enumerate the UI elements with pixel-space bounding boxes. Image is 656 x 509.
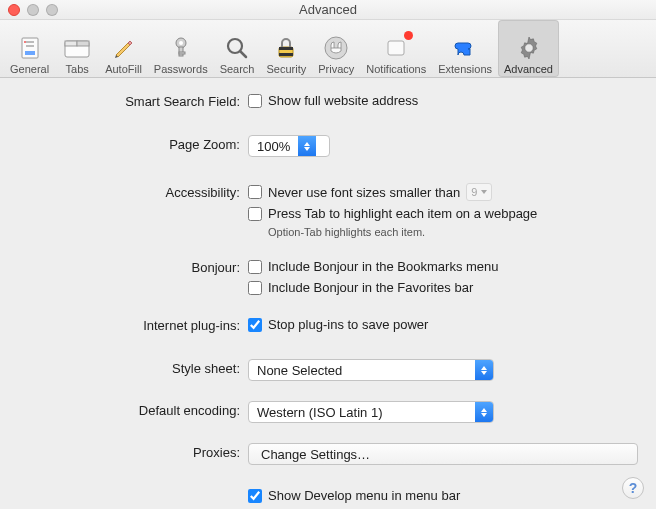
select-arrows-icon	[298, 136, 316, 156]
chevron-down-icon	[481, 190, 487, 194]
checkbox-label: Show Develop menu in menu bar	[268, 487, 460, 504]
label-style-sheet: Style sheet:	[18, 359, 248, 376]
select-arrows-icon	[475, 402, 493, 422]
checkbox-label: Include Bonjour in the Favorites bar	[268, 279, 473, 296]
advanced-pane: Smart Search Field: Show full website ad…	[0, 78, 656, 509]
passwords-icon	[167, 34, 195, 62]
default-encoding-select[interactable]: Western (ISO Latin 1)	[248, 401, 494, 423]
window-controls	[8, 4, 58, 16]
security-icon	[272, 34, 300, 62]
select-value: None Selected	[249, 360, 475, 380]
change-settings-button[interactable]: Change Settings…	[248, 443, 638, 465]
svg-rect-4	[25, 51, 35, 55]
extensions-icon	[451, 34, 479, 62]
stop-plugins-checkbox[interactable]: Stop plug-ins to save power	[248, 316, 638, 333]
zoom-window-button[interactable]	[46, 4, 58, 16]
tab-advanced[interactable]: Advanced	[498, 20, 559, 77]
tab-autofill[interactable]: AutoFill	[99, 20, 148, 77]
svg-rect-11	[179, 52, 185, 54]
svg-rect-6	[65, 41, 77, 46]
select-value: 100%	[249, 136, 298, 156]
label-default-encoding: Default encoding:	[18, 401, 248, 418]
label-accessibility: Accessibility:	[18, 183, 248, 200]
min-font-size-select[interactable]: 9	[466, 183, 492, 201]
svg-rect-7	[77, 41, 89, 46]
svg-point-9	[179, 41, 183, 45]
tab-label: Advanced	[504, 63, 553, 75]
tab-label: Notifications	[366, 63, 426, 75]
svg-rect-18	[388, 41, 404, 55]
close-window-button[interactable]	[8, 4, 20, 16]
show-full-address-checkbox[interactable]: Show full website address	[248, 92, 638, 109]
label-proxies: Proxies:	[18, 443, 248, 460]
page-zoom-select[interactable]: 100%	[248, 135, 330, 157]
option-tab-note: Option-Tab highlights each item.	[248, 226, 638, 238]
preferences-toolbar: General Tabs AutoFill Passwords Search S…	[0, 20, 656, 78]
select-value: Western (ISO Latin 1)	[249, 402, 475, 422]
svg-point-3	[24, 41, 26, 43]
never-font-smaller-checkbox[interactable]	[248, 185, 262, 199]
tab-passwords[interactable]: Passwords	[148, 20, 214, 77]
tab-search[interactable]: Search	[214, 20, 261, 77]
label-page-zoom: Page Zoom:	[18, 135, 248, 152]
search-icon	[223, 34, 251, 62]
tabs-icon	[63, 34, 91, 62]
advanced-gear-icon	[515, 34, 543, 62]
svg-rect-16	[279, 53, 293, 56]
svg-line-13	[240, 51, 246, 57]
tab-tabs[interactable]: Tabs	[55, 20, 99, 77]
show-develop-menu-checkbox[interactable]: Show Develop menu in menu bar	[248, 487, 638, 504]
autofill-icon	[109, 34, 137, 62]
svg-rect-15	[279, 47, 293, 50]
bonjour-bookmarks-checkbox[interactable]: Include Bonjour in the Bookmarks menu	[248, 258, 638, 275]
press-tab-checkbox[interactable]: Press Tab to highlight each item on a we…	[248, 205, 638, 222]
privacy-icon	[322, 34, 350, 62]
minimize-window-button[interactable]	[27, 4, 39, 16]
tab-label: AutoFill	[105, 63, 142, 75]
general-icon	[16, 34, 44, 62]
tab-general[interactable]: General	[4, 20, 55, 77]
button-label: Change Settings…	[261, 447, 370, 462]
svg-rect-2	[26, 45, 34, 47]
tab-label: Privacy	[318, 63, 354, 75]
select-arrows-icon	[475, 360, 493, 380]
checkbox-label: Stop plug-ins to save power	[268, 316, 428, 333]
tab-extensions[interactable]: Extensions	[432, 20, 498, 77]
checkbox-label: Never use font sizes smaller than	[268, 184, 460, 201]
window-title: Advanced	[299, 2, 357, 17]
svg-rect-1	[26, 41, 34, 43]
label-smart-search: Smart Search Field:	[18, 92, 248, 109]
tab-label: Security	[266, 63, 306, 75]
tab-label: Passwords	[154, 63, 208, 75]
notifications-icon	[382, 34, 410, 62]
select-value: 9	[471, 184, 477, 201]
tab-label: Tabs	[66, 63, 89, 75]
checkbox-label: Press Tab to highlight each item on a we…	[268, 205, 537, 222]
style-sheet-select[interactable]: None Selected	[248, 359, 494, 381]
help-icon: ?	[629, 480, 638, 496]
title-bar: Advanced	[0, 0, 656, 20]
label-bonjour: Bonjour:	[18, 258, 248, 275]
tab-label: General	[10, 63, 49, 75]
help-button[interactable]: ?	[622, 477, 644, 499]
label-plugins: Internet plug-ins:	[18, 316, 248, 333]
bonjour-favorites-checkbox[interactable]: Include Bonjour in the Favorites bar	[248, 279, 638, 296]
tab-label: Extensions	[438, 63, 492, 75]
tab-privacy[interactable]: Privacy	[312, 20, 360, 77]
tab-notifications[interactable]: Notifications	[360, 20, 432, 77]
tab-security[interactable]: Security	[260, 20, 312, 77]
svg-point-19	[524, 44, 532, 52]
tab-label: Search	[220, 63, 255, 75]
checkbox-label: Include Bonjour in the Bookmarks menu	[268, 258, 499, 275]
checkbox-label: Show full website address	[268, 92, 418, 109]
